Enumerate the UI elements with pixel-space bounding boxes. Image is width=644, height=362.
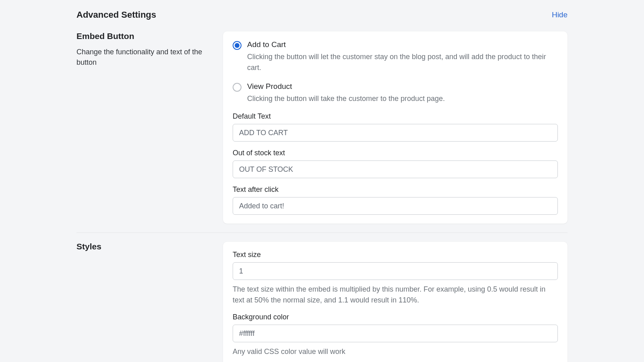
radio-button-icon [233, 83, 242, 92]
bg-color-label: Background color [233, 313, 558, 321]
text-size-label: Text size [233, 251, 558, 259]
default-text-label: Default Text [233, 112, 558, 121]
out-of-stock-label: Out of stock text [233, 149, 558, 157]
embed-card: Add to Cart Clicking the button will let… [223, 31, 568, 224]
embed-section-title: Embed Button [76, 31, 208, 41]
radio-view-product[interactable]: View Product Clicking the button will ta… [233, 82, 558, 104]
hide-link[interactable]: Hide [552, 10, 568, 19]
radio-button-icon [233, 41, 242, 50]
embed-section-sub: Change the functionality and text of the… [76, 47, 208, 68]
text-size-help: The text size within the embed is multip… [233, 284, 558, 306]
radio-label: Add to Cart [247, 40, 558, 49]
text-size-input[interactable] [233, 262, 558, 280]
styles-card: Text size The text size within the embed… [223, 242, 568, 362]
text-after-click-label: Text after click [233, 185, 558, 194]
text-after-click-input[interactable] [233, 197, 558, 215]
default-text-input[interactable] [233, 124, 558, 142]
radio-desc: Clicking the button will let the custome… [247, 51, 558, 73]
radio-desc: Clicking the button will take the custom… [247, 93, 558, 104]
out-of-stock-input[interactable] [233, 160, 558, 178]
bg-color-help: Any valid CSS color value will work [233, 346, 558, 357]
radio-label: View Product [247, 82, 558, 91]
radio-add-to-cart[interactable]: Add to Cart Clicking the button will let… [233, 40, 558, 73]
page-title: Advanced Settings [76, 10, 156, 20]
styles-section-title: Styles [76, 242, 208, 251]
bg-color-input[interactable] [233, 325, 558, 342]
